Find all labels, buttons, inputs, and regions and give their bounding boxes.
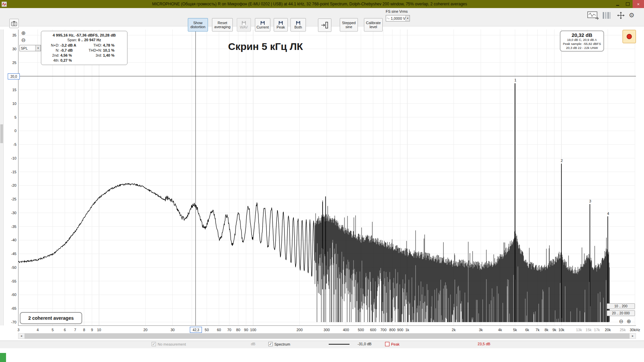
metric-label: N+D: — [43, 43, 60, 48]
settings-gear-icon: ⚙ — [629, 11, 634, 19]
zoom-in-button[interactable]: ⊕ — [21, 31, 25, 36]
stepped-sine-button[interactable]: Stepped sine — [340, 18, 358, 32]
span-readout: Span: 0 .. 20 947 Hz — [43, 38, 125, 42]
camera-icon — [11, 21, 17, 26]
calibrate-level-button[interactable]: Calibrate level — [364, 18, 383, 32]
save-current-button[interactable]: Current — [255, 18, 270, 32]
reset-averaging-button[interactable]: Reset averaging — [212, 18, 233, 32]
save-current-label: Current — [257, 25, 269, 29]
floppy-icon — [241, 21, 246, 25]
horizontal-scrollbar[interactable]: ◄ ► — [18, 333, 636, 339]
harmonic-number-label: 1 — [514, 78, 516, 82]
y-cursor-box[interactable]: 20,0 — [8, 73, 20, 79]
y-tick-label: 25 — [12, 61, 16, 65]
scroll-left-icon[interactable]: ◄ — [18, 334, 24, 339]
x-tick-label: 6 — [64, 328, 66, 332]
close-button[interactable]: × — [633, 0, 644, 8]
metric-label: N: — [43, 48, 60, 53]
range-button-label: 20 .. 20 000 — [612, 311, 630, 315]
measurement-info-panel: 4 995,16 Hz, -57,36 dBFS, 20,28 dB Span:… — [41, 31, 127, 65]
level-detail: Peak sample: -55,82 dBFS — [561, 42, 603, 46]
no-measurement-checkbox[interactable]: ✓ — [152, 342, 156, 346]
range-button-label: 10 .. 200 — [614, 304, 628, 308]
signal-input-button[interactable] — [318, 18, 331, 32]
vertical-scrollbar[interactable] — [0, 29, 4, 325]
x-tick-label: 700 — [380, 328, 386, 332]
dropdown-arrow-icon[interactable]: ▾ — [406, 15, 410, 21]
level-detail: 20,3 dB 22 - 22k UNW — [561, 46, 603, 50]
x-tick-label: 200 — [297, 328, 303, 332]
distortion-row: 2nd: 4,56 % 3rd: 1,40 % — [43, 53, 125, 58]
x-tick-label: 500 — [358, 328, 364, 332]
x-tick-label: 4 — [37, 328, 39, 332]
record-button[interactable] — [623, 30, 636, 43]
x-zoom-in-button[interactable]: ⊕ — [627, 319, 631, 324]
minimize-icon — [616, 5, 619, 6]
stepped-sine-label: Stepped sine — [341, 21, 357, 29]
horizontal-scrollbar-thumb[interactable] — [24, 334, 630, 339]
metric-value: 0,27 % — [60, 58, 85, 63]
calibrate-level-label: Calibrate level — [365, 21, 382, 29]
settings-button[interactable]: ⚙ — [627, 11, 636, 19]
maximize-button[interactable] — [623, 0, 633, 8]
spectrum-noise — [315, 200, 609, 322]
x-tick-label: 13k — [576, 328, 582, 332]
dropdown-arrow-icon[interactable]: ▾ — [35, 45, 41, 51]
save-wav-button[interactable]: WAV — [237, 18, 251, 32]
x-tick-label: 2k — [452, 328, 456, 332]
x-tick-label: 80 — [236, 328, 240, 332]
metric-value: -0,7 dB — [60, 48, 85, 53]
zoom-out-icon: ⊖ — [21, 37, 25, 43]
x-tick-label: 10 — [97, 328, 101, 332]
averages-badge: 2 coherent averages — [20, 312, 82, 324]
harmonic-number-label: 4 — [607, 212, 609, 216]
pan-button[interactable] — [616, 11, 625, 20]
y-tick-label: 15 — [12, 88, 16, 92]
metric-value: 4,78 % — [103, 43, 125, 48]
levels-bars-icon — [602, 11, 611, 20]
metric-value: -3,2 dB A — [60, 43, 85, 48]
background-window-edge — [0, 353, 6, 362]
x-tick-label: 7 — [74, 328, 76, 332]
metric-value — [103, 58, 125, 63]
snapshot-button[interactable] — [9, 19, 19, 28]
x-zoom-out-button[interactable]: ⊖ — [619, 319, 623, 324]
x-tick-label: 900 — [397, 328, 403, 332]
peak-label: Peak — [391, 342, 399, 346]
titlebar: MICROPHONE (Общая громкость) R on Микроф… — [0, 0, 644, 8]
spectrum-label: Spectrum — [274, 342, 290, 346]
y-tick-label: 30 — [12, 47, 16, 51]
spectrum-curve — [18, 183, 315, 276]
spectrum-checkbox[interactable]: ✓ — [268, 342, 273, 346]
x-tick-label: 400 — [343, 328, 349, 332]
zoom-out-button[interactable]: ⊖ — [21, 38, 25, 43]
y-tick-label: -60 — [11, 293, 16, 297]
x-tick-label: 30kHz — [630, 328, 640, 332]
x-cursor-box[interactable]: 42,3 — [190, 327, 202, 333]
x-tick-label: 1k — [405, 328, 409, 332]
scroll-right-icon[interactable]: ► — [630, 334, 636, 339]
save-both-button[interactable]: Both — [290, 18, 306, 32]
oscilloscope-icon — [587, 11, 599, 20]
fs-sine-combobox[interactable]: 1,0000 V ▾ — [386, 15, 410, 21]
levels-button[interactable] — [602, 11, 611, 20]
metric-label: THD+N: — [85, 48, 103, 53]
show-distortion-button[interactable]: Show distortion — [188, 18, 208, 32]
save-both-label: Both — [294, 25, 302, 29]
y-tick-label: -10 — [11, 156, 16, 160]
peak-checkbox[interactable] — [385, 342, 389, 346]
spl-selector[interactable]: SPL ▾ — [19, 45, 41, 51]
x-tick-label: 20k — [605, 328, 611, 332]
x-tick-label: 70 — [227, 328, 231, 332]
statusbar: ✓ No measurement dB ✓ Spectrum -31,0 dB … — [0, 341, 644, 348]
save-peak-button[interactable]: Peak — [274, 18, 288, 32]
oscilloscope-button[interactable] — [587, 11, 599, 20]
range-button-10-200[interactable]: 10 .. 200 — [607, 303, 635, 309]
vertical-scrollbar-thumb[interactable] — [0, 124, 3, 143]
minimize-button[interactable] — [612, 0, 623, 8]
range-button-20-20000[interactable]: 20 .. 20 000 — [607, 310, 635, 316]
harmonic-number-label: 3 — [589, 199, 591, 203]
save-peak-label: Peak — [276, 25, 285, 29]
spectrum-item: ✓ Spectrum — [268, 342, 290, 346]
level-detail: 19,0 dB C, 20,9 dB A — [561, 38, 603, 42]
